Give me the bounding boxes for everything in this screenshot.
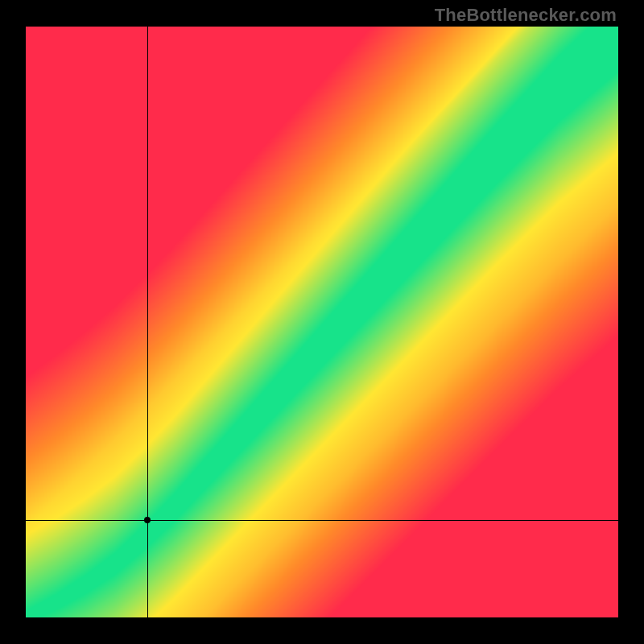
chart-frame: TheBottlenecker.com bbox=[0, 0, 644, 644]
watermark-text: TheBottlenecker.com bbox=[435, 5, 617, 26]
heatmap-plot bbox=[26, 27, 618, 617]
heatmap-canvas bbox=[26, 27, 618, 617]
